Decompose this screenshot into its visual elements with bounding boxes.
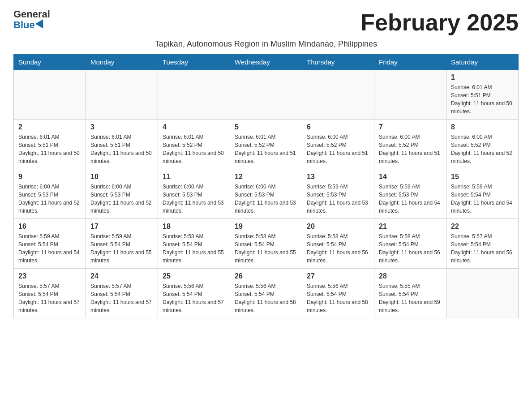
- day-info: Sunrise: 6:01 AMSunset: 5:51 PMDaylight:…: [90, 133, 153, 165]
- day-info: Sunrise: 5:59 AMSunset: 5:53 PMDaylight:…: [307, 183, 369, 215]
- calendar-cell: 18Sunrise: 5:58 AMSunset: 5:54 PMDayligh…: [158, 219, 230, 269]
- day-number: 18: [163, 223, 225, 231]
- day-number: 27: [307, 272, 369, 280]
- weekday-header-row: SundayMondayTuesdayWednesdayThursdayFrid…: [14, 55, 519, 70]
- day-info: Sunrise: 6:00 AMSunset: 5:53 PMDaylight:…: [90, 183, 153, 215]
- logo-general-text: General: [13, 9, 50, 20]
- logo-triangle-icon: [35, 19, 47, 31]
- weekday-header-friday: Friday: [374, 55, 446, 70]
- day-info: Sunrise: 6:00 AMSunset: 5:53 PMDaylight:…: [235, 183, 297, 215]
- calendar-cell: [446, 269, 519, 318]
- logo: General Blue: [13, 9, 50, 30]
- day-info: Sunrise: 5:58 AMSunset: 5:54 PMDaylight:…: [163, 232, 225, 265]
- calendar-cell: 2Sunrise: 6:01 AMSunset: 5:51 PMDaylight…: [14, 120, 86, 169]
- weekday-header-thursday: Thursday: [302, 55, 374, 70]
- day-info: Sunrise: 5:58 AMSunset: 5:54 PMDaylight:…: [307, 232, 369, 265]
- calendar-table: SundayMondayTuesdayWednesdayThursdayFrid…: [13, 54, 519, 318]
- day-number: 17: [90, 223, 153, 231]
- calendar-cell: 15Sunrise: 5:59 AMSunset: 5:54 PMDayligh…: [446, 169, 519, 219]
- calendar-cell: 6Sunrise: 6:00 AMSunset: 5:52 PMDaylight…: [302, 120, 374, 169]
- weekday-header-monday: Monday: [86, 55, 158, 70]
- calendar-cell: [374, 70, 446, 120]
- location-subtitle: Tapikan, Autonomous Region in Muslim Min…: [13, 39, 519, 49]
- day-number: 13: [307, 173, 369, 181]
- day-number: 11: [163, 173, 225, 181]
- day-info: Sunrise: 5:57 AMSunset: 5:54 PMDaylight:…: [451, 232, 514, 265]
- calendar-cell: 23Sunrise: 5:57 AMSunset: 5:54 PMDayligh…: [14, 269, 86, 318]
- calendar-cell: [86, 70, 158, 120]
- calendar-cell: 10Sunrise: 6:00 AMSunset: 5:53 PMDayligh…: [86, 169, 158, 219]
- day-number: 24: [90, 272, 153, 280]
- calendar-cell: [158, 70, 230, 120]
- calendar-cell: 27Sunrise: 5:56 AMSunset: 5:54 PMDayligh…: [302, 269, 374, 318]
- calendar-cell: 21Sunrise: 5:58 AMSunset: 5:54 PMDayligh…: [374, 219, 446, 269]
- day-number: 4: [163, 123, 225, 131]
- calendar-cell: 13Sunrise: 5:59 AMSunset: 5:53 PMDayligh…: [302, 169, 374, 219]
- calendar-cell: 19Sunrise: 5:58 AMSunset: 5:54 PMDayligh…: [230, 219, 302, 269]
- day-info: Sunrise: 6:01 AMSunset: 5:52 PMDaylight:…: [235, 133, 297, 165]
- day-number: 2: [18, 123, 81, 131]
- calendar-cell: 28Sunrise: 5:55 AMSunset: 5:54 PMDayligh…: [374, 269, 446, 318]
- logo-blue-text: Blue: [13, 20, 46, 30]
- calendar-cell: 16Sunrise: 5:59 AMSunset: 5:54 PMDayligh…: [14, 219, 86, 269]
- day-number: 14: [379, 173, 442, 181]
- calendar-week-row: 16Sunrise: 5:59 AMSunset: 5:54 PMDayligh…: [14, 219, 519, 269]
- calendar-cell: 7Sunrise: 6:00 AMSunset: 5:52 PMDaylight…: [374, 120, 446, 169]
- calendar-cell: 24Sunrise: 5:57 AMSunset: 5:54 PMDayligh…: [86, 269, 158, 318]
- day-number: 10: [90, 173, 153, 181]
- calendar-cell: 9Sunrise: 6:00 AMSunset: 5:53 PMDaylight…: [14, 169, 86, 219]
- day-number: 3: [90, 123, 153, 131]
- day-info: Sunrise: 6:00 AMSunset: 5:52 PMDaylight:…: [379, 133, 442, 165]
- weekday-header-wednesday: Wednesday: [230, 55, 302, 70]
- calendar-cell: 3Sunrise: 6:01 AMSunset: 5:51 PMDaylight…: [86, 120, 158, 169]
- day-number: 23: [18, 272, 81, 280]
- day-info: Sunrise: 6:00 AMSunset: 5:52 PMDaylight:…: [307, 133, 369, 165]
- calendar-cell: 11Sunrise: 6:00 AMSunset: 5:53 PMDayligh…: [158, 169, 230, 219]
- day-info: Sunrise: 5:56 AMSunset: 5:54 PMDaylight:…: [307, 282, 369, 314]
- calendar-cell: 4Sunrise: 6:01 AMSunset: 5:52 PMDaylight…: [158, 120, 230, 169]
- calendar-cell: [230, 70, 302, 120]
- day-number: 25: [163, 272, 225, 280]
- day-number: 21: [379, 223, 442, 231]
- weekday-header-sunday: Sunday: [14, 55, 86, 70]
- calendar-week-row: 2Sunrise: 6:01 AMSunset: 5:51 PMDaylight…: [14, 120, 519, 169]
- day-info: Sunrise: 6:01 AMSunset: 5:51 PMDaylight:…: [18, 133, 81, 165]
- day-number: 5: [235, 123, 297, 131]
- day-number: 9: [18, 173, 81, 181]
- day-info: Sunrise: 6:01 AMSunset: 5:51 PMDaylight:…: [451, 83, 514, 116]
- day-info: Sunrise: 5:59 AMSunset: 5:54 PMDaylight:…: [451, 183, 514, 215]
- day-info: Sunrise: 5:58 AMSunset: 5:54 PMDaylight:…: [235, 232, 297, 265]
- calendar-cell: 1Sunrise: 6:01 AMSunset: 5:51 PMDaylight…: [446, 70, 519, 120]
- weekday-header-saturday: Saturday: [446, 55, 519, 70]
- calendar-cell: 22Sunrise: 5:57 AMSunset: 5:54 PMDayligh…: [446, 219, 519, 269]
- calendar-cell: 17Sunrise: 5:59 AMSunset: 5:54 PMDayligh…: [86, 219, 158, 269]
- calendar-cell: 25Sunrise: 5:56 AMSunset: 5:54 PMDayligh…: [158, 269, 230, 318]
- day-info: Sunrise: 5:56 AMSunset: 5:54 PMDaylight:…: [235, 282, 297, 314]
- calendar-week-row: 9Sunrise: 6:00 AMSunset: 5:53 PMDaylight…: [14, 169, 519, 219]
- page-header: General Blue February 2025: [13, 9, 519, 36]
- calendar-cell: 26Sunrise: 5:56 AMSunset: 5:54 PMDayligh…: [230, 269, 302, 318]
- weekday-header-tuesday: Tuesday: [158, 55, 230, 70]
- calendar-cell: [302, 70, 374, 120]
- calendar-cell: [14, 70, 86, 120]
- day-number: 19: [235, 223, 297, 231]
- calendar-cell: 12Sunrise: 6:00 AMSunset: 5:53 PMDayligh…: [230, 169, 302, 219]
- calendar-week-row: 1Sunrise: 6:01 AMSunset: 5:51 PMDaylight…: [14, 70, 519, 120]
- day-number: 12: [235, 173, 297, 181]
- day-number: 8: [451, 123, 514, 131]
- day-number: 7: [379, 123, 442, 131]
- day-number: 28: [379, 272, 442, 280]
- day-info: Sunrise: 6:00 AMSunset: 5:53 PMDaylight:…: [163, 183, 225, 215]
- calendar-cell: 8Sunrise: 6:00 AMSunset: 5:52 PMDaylight…: [446, 120, 519, 169]
- day-info: Sunrise: 5:59 AMSunset: 5:54 PMDaylight:…: [90, 232, 153, 265]
- day-info: Sunrise: 5:59 AMSunset: 5:54 PMDaylight:…: [18, 232, 81, 265]
- day-info: Sunrise: 5:57 AMSunset: 5:54 PMDaylight:…: [90, 282, 153, 314]
- day-info: Sunrise: 5:55 AMSunset: 5:54 PMDaylight:…: [379, 282, 442, 314]
- day-number: 26: [235, 272, 297, 280]
- day-info: Sunrise: 6:00 AMSunset: 5:53 PMDaylight:…: [18, 183, 81, 215]
- day-number: 15: [451, 173, 514, 181]
- day-info: Sunrise: 5:58 AMSunset: 5:54 PMDaylight:…: [379, 232, 442, 265]
- day-info: Sunrise: 5:57 AMSunset: 5:54 PMDaylight:…: [18, 282, 81, 314]
- day-info: Sunrise: 6:00 AMSunset: 5:52 PMDaylight:…: [451, 133, 514, 165]
- day-info: Sunrise: 5:59 AMSunset: 5:53 PMDaylight:…: [379, 183, 442, 215]
